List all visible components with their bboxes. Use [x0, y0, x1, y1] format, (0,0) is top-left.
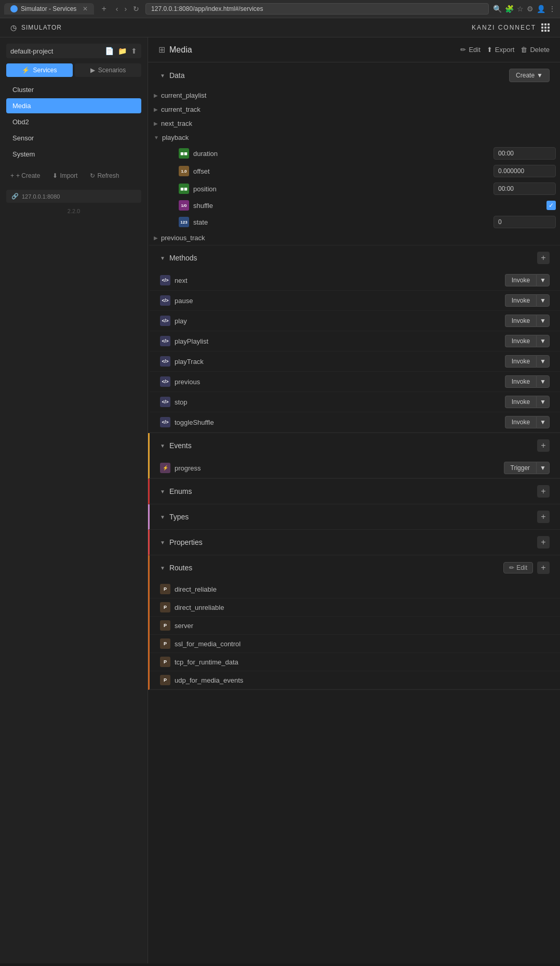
refresh-button[interactable]: ↻ Refresh	[86, 170, 123, 181]
services-icon: ⚡	[22, 67, 30, 74]
enums-section-header[interactable]: ▼ Enums +	[150, 479, 560, 504]
type-icon-stop: </>	[160, 397, 170, 407]
events-title: Events	[169, 441, 192, 450]
invoke-toggleshuffle-button[interactable]: Invoke	[505, 416, 536, 428]
sidebar: default-project 📄 📁 ⬆ ⚡ Services ▶ Scena…	[0, 37, 148, 963]
reload-button[interactable]: ↻	[131, 4, 141, 14]
types-add-button[interactable]: +	[537, 511, 550, 523]
create-service-button[interactable]: + + Create	[6, 170, 44, 181]
invoke-playtrack-dropdown[interactable]: ▼	[536, 355, 550, 368]
trigger-progress-dropdown[interactable]: ▼	[536, 462, 550, 474]
invoke-playplaylist-dropdown[interactable]: ▼	[536, 335, 550, 347]
services-tab[interactable]: ⚡ Services	[6, 63, 73, 77]
data-item-current-track[interactable]: ▶ current_track	[154, 102, 556, 116]
app-header-left: ◷ SIMULATOR	[10, 23, 62, 32]
offset-input[interactable]	[494, 165, 556, 177]
invoke-playtrack-button[interactable]: Invoke	[505, 355, 536, 368]
sidebar-item-sensor[interactable]: Sensor	[6, 130, 141, 146]
item-label: current_playlist	[161, 92, 206, 99]
invoke-stop-button[interactable]: Invoke	[505, 396, 536, 408]
enums-add-button[interactable]: +	[537, 485, 550, 498]
sidebar-item-media[interactable]: Media	[6, 98, 141, 113]
data-item-next-track[interactable]: ▶ next_track	[154, 116, 556, 130]
data-item-playback[interactable]: ▼ playback	[154, 130, 556, 145]
invoke-pause-dropdown[interactable]: ▼	[536, 294, 550, 307]
sidebar-item-system[interactable]: System	[6, 147, 141, 162]
data-create-button[interactable]: Create ▼	[509, 69, 550, 82]
import-button[interactable]: ⬇ Import	[48, 170, 82, 181]
browser-tab[interactable]: Simulator - Services ✕	[4, 3, 94, 15]
edit-icon: ✏	[460, 46, 466, 54]
scenarios-tab[interactable]: ▶ Scenarios	[75, 63, 141, 77]
types-section-header[interactable]: ▼ Types +	[150, 504, 560, 529]
data-section-header[interactable]: ▼ Data Create ▼	[150, 62, 560, 88]
events-add-button[interactable]: +	[537, 439, 550, 452]
bookmark-icon[interactable]: ☆	[517, 5, 524, 13]
method-label-playplaylist: </> playPlaylist	[160, 336, 208, 346]
delete-button[interactable]: 🗑 Delete	[521, 46, 550, 54]
invoke-previous-dropdown[interactable]: ▼	[536, 375, 550, 388]
new-tab-button[interactable]: +	[98, 4, 109, 14]
data-item-current-playlist[interactable]: ▶ current_playlist	[154, 88, 556, 102]
routes-section-header[interactable]: ▼ Routes ✏ Edit +	[150, 555, 560, 580]
position-input[interactable]	[494, 182, 556, 195]
properties-add-button[interactable]: +	[537, 536, 550, 549]
invoke-play-dropdown[interactable]: ▼	[536, 315, 550, 327]
method-label-playtrack: </> playTrack	[160, 356, 204, 367]
invoke-pause-button[interactable]: Invoke	[505, 294, 536, 307]
export-icon: ⬆	[487, 46, 492, 54]
route-label: udp_for_media_events	[175, 676, 243, 684]
routes-add-button[interactable]: +	[537, 562, 550, 574]
trigger-progress-button[interactable]: Trigger	[504, 462, 537, 474]
invoke-next-button[interactable]: Invoke	[505, 274, 536, 286]
expand-icon: ▶	[154, 107, 158, 112]
methods-section-header[interactable]: ▼ Methods +	[150, 245, 560, 270]
upload-icon[interactable]: ⬆	[131, 47, 137, 55]
invoke-toggleshuffle-dropdown[interactable]: ▼	[536, 416, 550, 428]
data-item-previous-track[interactable]: ▶ previous_track	[154, 231, 556, 245]
methods-add-button[interactable]: +	[537, 252, 550, 264]
grid-icon[interactable]	[541, 23, 550, 32]
profile-icon[interactable]: 👤	[537, 5, 545, 13]
type-icon-offset: 1.0	[179, 166, 189, 176]
new-file-icon[interactable]: 📄	[105, 47, 114, 55]
properties-section-header[interactable]: ▼ Properties +	[150, 530, 560, 555]
type-icon-progress: ⚡	[160, 463, 170, 473]
url-bar[interactable]	[145, 3, 489, 15]
sidebar-item-cluster[interactable]: Cluster	[6, 82, 141, 97]
tab-close-button[interactable]: ✕	[83, 5, 88, 12]
extensions-icon[interactable]: 🧩	[505, 5, 514, 13]
events-section-header[interactable]: ▼ Events +	[150, 433, 560, 458]
export-label: Export	[495, 46, 515, 54]
invoke-playplaylist-button[interactable]: Invoke	[505, 335, 536, 347]
event-label-progress: ⚡ progress	[160, 463, 201, 473]
duration-input[interactable]	[494, 147, 556, 160]
routes-edit-button[interactable]: ✏ Edit	[503, 562, 533, 573]
edit-button[interactable]: ✏ Edit	[460, 46, 480, 54]
menu-icon[interactable]: ⋮	[549, 5, 556, 13]
invoke-stop-dropdown[interactable]: ▼	[536, 396, 550, 408]
back-button[interactable]: ‹	[114, 4, 121, 14]
search-icon[interactable]: 🔍	[493, 5, 502, 13]
import-label: Import	[60, 172, 77, 179]
invoke-next-dropdown[interactable]: ▼	[536, 274, 550, 286]
extensions2-icon[interactable]: ⚙	[527, 5, 534, 13]
scenarios-icon: ▶	[90, 67, 95, 74]
simulator-clock-icon: ◷	[10, 23, 17, 32]
invoke-previous-button[interactable]: Invoke	[505, 375, 536, 388]
grid-dot	[544, 30, 546, 32]
sidebar-item-obd2[interactable]: Obd2	[6, 114, 141, 129]
shuffle-checkbox[interactable]: ✓	[546, 201, 556, 210]
app-body: default-project 📄 📁 ⬆ ⚡ Services ▶ Scena…	[0, 37, 560, 963]
browser-nav: ‹ › ↻	[114, 4, 141, 14]
folder-icon[interactable]: 📁	[118, 47, 127, 55]
forward-button[interactable]: ›	[122, 4, 129, 14]
duration-label: duration	[193, 150, 218, 158]
properties-section-title: ▼ Properties	[160, 538, 203, 546]
invoke-play-button[interactable]: Invoke	[505, 315, 536, 327]
routes-edit-label: Edit	[516, 564, 527, 571]
invoke-btn-previous: Invoke ▼	[505, 375, 550, 388]
export-button[interactable]: ⬆ Export	[487, 46, 515, 54]
state-input[interactable]	[494, 216, 556, 228]
method-name-previous: previous	[175, 378, 200, 386]
